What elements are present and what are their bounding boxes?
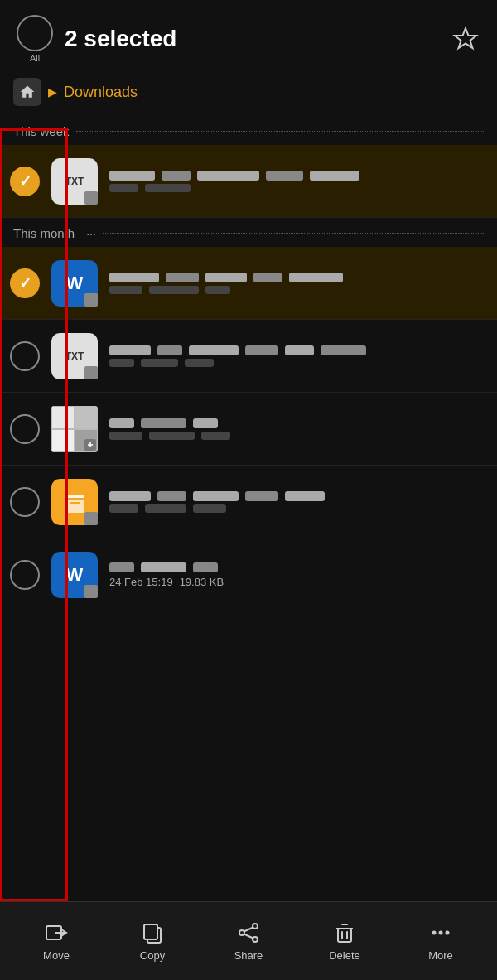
all-selector[interactable]: All	[17, 15, 53, 63]
file-date: 24 Feb 15:19	[109, 576, 173, 588]
star-icon[interactable]	[451, 24, 480, 54]
file-info	[109, 273, 487, 294]
file-name-block	[321, 345, 366, 355]
file-name-row	[109, 345, 487, 355]
file-item[interactable]: W 24 Feb 15:19 19.83 KB	[0, 538, 497, 611]
breadcrumb-folder[interactable]: Downloads	[64, 84, 138, 101]
svg-rect-4	[65, 500, 84, 513]
file-meta-block	[193, 504, 226, 513]
word-label: W	[66, 273, 84, 294]
file-name-block	[109, 273, 159, 282]
file-name-row	[109, 562, 487, 572]
toolbar-share[interactable]: Share	[200, 921, 297, 962]
file-name-row	[109, 171, 487, 181]
svg-point-12	[239, 930, 244, 935]
section-options[interactable]: ···	[86, 227, 96, 240]
file-item[interactable]	[0, 393, 497, 466]
file-meta-block	[141, 359, 178, 367]
file-name-block	[109, 418, 134, 428]
file-meta-block	[201, 432, 230, 440]
svg-rect-9	[144, 924, 157, 939]
file-name-block	[197, 171, 259, 181]
file-item[interactable]: ✓ TXT	[0, 145, 497, 218]
header-left: All 2 selected	[17, 15, 176, 63]
file-name-block	[285, 345, 314, 355]
select-all-circle[interactable]	[17, 15, 53, 51]
file-checkbox-6[interactable]	[10, 560, 40, 590]
file-meta-block	[109, 504, 138, 513]
toolbar-move[interactable]: Move	[8, 921, 104, 962]
file-icon-word2: W	[51, 552, 98, 598]
file-meta-row	[109, 432, 487, 440]
checkmark-icon: ✓	[19, 172, 31, 191]
file-icon-txt: TXT	[51, 333, 98, 379]
file-checkbox-3[interactable]	[10, 341, 40, 371]
delete-icon	[333, 921, 356, 944]
file-checkbox-4[interactable]	[10, 414, 40, 444]
more-icon	[429, 921, 452, 944]
file-item[interactable]	[0, 466, 497, 538]
file-icon-image	[51, 406, 98, 452]
file-type-label: TXT	[65, 176, 84, 187]
file-size: 19.83 KB	[180, 576, 224, 588]
file-name-block	[109, 345, 151, 355]
file-checkbox-5[interactable]	[10, 487, 40, 517]
file-name-block	[141, 418, 186, 428]
svg-point-22	[446, 930, 450, 934]
svg-line-13	[244, 927, 253, 931]
file-name-block	[162, 171, 191, 181]
file-name-block	[245, 345, 278, 355]
file-info	[109, 491, 487, 513]
copy-icon	[141, 921, 164, 944]
file-name-block	[166, 273, 199, 282]
file-name-block	[109, 562, 134, 572]
svg-rect-5	[70, 502, 80, 504]
file-name-block	[245, 491, 278, 501]
toolbar-copy[interactable]: Copy	[104, 921, 200, 962]
section-header-this-week: This week	[0, 116, 497, 145]
file-meta-block	[145, 184, 191, 192]
copy-label: Copy	[140, 949, 165, 962]
file-corner	[84, 512, 98, 525]
file-item[interactable]: TXT	[0, 320, 497, 393]
file-item[interactable]: ✓ W	[0, 247, 497, 320]
all-label: All	[30, 53, 40, 63]
file-info	[109, 171, 487, 192]
file-name-block	[109, 491, 151, 501]
file-info: 24 Feb 15:19 19.83 KB	[109, 562, 487, 588]
file-icon-archive	[51, 479, 98, 525]
move-icon	[45, 921, 68, 944]
bottom-toolbar: Move Copy Share	[0, 901, 497, 980]
file-name-block	[285, 491, 325, 501]
toolbar-delete[interactable]: Delete	[297, 921, 393, 962]
file-name-block	[109, 171, 155, 181]
section-divider	[103, 233, 484, 234]
share-icon	[237, 921, 260, 944]
file-name-block	[289, 273, 343, 282]
file-name-row	[109, 418, 487, 428]
file-name-block	[157, 491, 186, 501]
file-checkbox-2[interactable]: ✓	[10, 268, 40, 298]
svg-rect-3	[65, 495, 84, 498]
img-quadrant	[75, 406, 98, 429]
section-header-this-month: This month ···	[0, 218, 497, 247]
checkmark-icon: ✓	[19, 274, 31, 292]
file-checkbox-1[interactable]: ✓	[10, 167, 40, 196]
file-meta-block	[185, 359, 214, 367]
file-meta-block	[109, 286, 142, 294]
file-meta-row: 24 Feb 15:19 19.83 KB	[109, 576, 487, 588]
file-corner	[84, 293, 98, 307]
file-meta-block	[109, 432, 142, 440]
home-icon[interactable]	[13, 78, 41, 106]
header: All 2 selected	[0, 0, 497, 71]
file-meta-block	[145, 504, 186, 513]
file-name-block	[141, 562, 186, 572]
file-meta-row	[109, 504, 487, 513]
file-corner	[84, 366, 98, 379]
toolbar-more[interactable]: More	[393, 921, 489, 962]
file-meta-row	[109, 359, 487, 367]
file-name-row	[109, 491, 487, 501]
file-name-block	[193, 418, 218, 428]
delete-label: Delete	[329, 949, 360, 962]
file-corner	[84, 191, 98, 205]
